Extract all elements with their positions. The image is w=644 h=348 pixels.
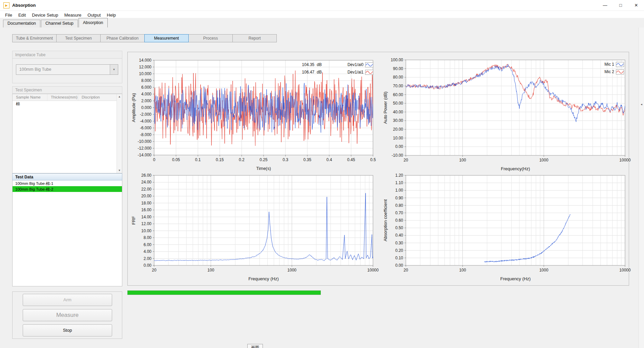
app-icon: ▶ [3, 2, 9, 8]
svg-text:2.000: 2.000 [141, 99, 151, 103]
svg-text:100: 100 [459, 158, 466, 162]
bottom-draw-tab[interactable]: 画图 [247, 344, 263, 348]
svg-text:8.00: 8.00 [144, 235, 152, 240]
measure-button[interactable]: Measure [23, 309, 112, 321]
svg-text:100: 100 [459, 268, 466, 273]
specimen-cell [47, 101, 78, 107]
test-data-section-label: Test Data [12, 173, 122, 180]
tab-documentation[interactable]: Documentation [3, 20, 40, 27]
svg-text:0: 0 [153, 157, 155, 162]
app-window: ▶ Absorption — □ ✕ FileEditDevice SetupM… [0, 0, 644, 348]
svg-text:0.15: 0.15 [216, 157, 224, 162]
subtab-process[interactable]: Process [188, 34, 233, 42]
svg-text:0.90: 0.90 [395, 196, 403, 200]
svg-text:100: 100 [207, 268, 214, 273]
svg-text:1.00: 1.00 [395, 188, 403, 193]
svg-text:0.3: 0.3 [283, 157, 288, 162]
maximize-icon[interactable]: □ [613, 0, 628, 10]
legend-label: Mic 1 [604, 62, 614, 67]
auto-power-chart: -10.000.0010.0020.0030.0040.0050.0060.00… [379, 54, 631, 174]
table-row[interactable]: 棉 [13, 101, 122, 107]
svg-text:20: 20 [403, 158, 408, 162]
svg-text:0.45: 0.45 [347, 157, 355, 162]
subtab-phase-calibration[interactable]: Phase Calibration [100, 34, 145, 42]
svg-text:0.4: 0.4 [326, 157, 332, 162]
svg-text:10000: 10000 [619, 158, 631, 162]
svg-text:4.000: 4.000 [141, 92, 151, 96]
svg-text:0.80: 0.80 [395, 203, 403, 208]
legend-waveform-icon [616, 62, 624, 67]
svg-text:Frequency (Hz): Frequency (Hz) [500, 276, 531, 281]
tab-channel-setup[interactable]: Channel Setup [41, 20, 78, 27]
window-controls: — □ ✕ [597, 0, 644, 10]
specimen-column-header[interactable]: Thickness(mm) [47, 94, 78, 101]
svg-text:1.20: 1.20 [395, 173, 403, 178]
svg-text:30.00: 30.00 [393, 118, 403, 123]
list-item[interactable]: 100mm Big Tube-棉-1 [13, 180, 122, 186]
collapse-arrow-icon[interactable]: ◂ [639, 103, 644, 106]
stop-button[interactable]: Stop [23, 324, 112, 336]
svg-text:20.00: 20.00 [393, 127, 403, 132]
close-icon[interactable]: ✕ [628, 0, 644, 10]
specimen-table-body: 棉 [13, 101, 122, 107]
svg-text:0.60: 0.60 [395, 218, 403, 223]
legend-row: Mic 1 [589, 61, 624, 68]
legend-label: Dev1/ai0 [348, 62, 363, 67]
legend-waveform-icon [616, 69, 624, 74]
arm-button[interactable]: Arm [23, 294, 112, 306]
svg-text:-8.000: -8.000 [140, 132, 151, 137]
svg-text:80.00: 80.00 [393, 75, 403, 80]
legend-row: 104.35dBDev1/ai0 [294, 61, 373, 68]
svg-text:14.00: 14.00 [141, 215, 151, 219]
svg-text:10000: 10000 [619, 268, 631, 273]
subtab-measurement[interactable]: Measurement [144, 34, 189, 42]
specimen-column-header[interactable]: Sample Name [13, 94, 47, 101]
window-title: Absorption [12, 3, 36, 8]
svg-text:12.000: 12.000 [139, 65, 151, 69]
svg-text:Absorption coefficient: Absorption coefficient [383, 199, 388, 241]
subtab-test-specimen[interactable]: Test Specimen [56, 34, 101, 42]
svg-text:60.00: 60.00 [393, 92, 403, 97]
svg-text:0.25: 0.25 [259, 157, 268, 162]
list-item[interactable]: 100mm Big Tube-棉-2 [13, 186, 122, 192]
time-waveform-chart: -14.000-12.000-10.000-8.000-6.000-4.000-… [127, 54, 379, 174]
svg-text:50.00: 50.00 [393, 101, 403, 106]
svg-text:0.00: 0.00 [395, 263, 403, 268]
tab-absorption[interactable]: Absorption [79, 18, 108, 27]
subtab-tube-environment[interactable]: Tube & Environment [12, 34, 57, 42]
scroll-down-icon[interactable]: ▼ [117, 169, 122, 172]
svg-text:0.000: 0.000 [141, 105, 151, 110]
tube-select-value: 100mm Big Tube [19, 67, 51, 72]
svg-text:FRF: FRF [131, 216, 136, 224]
svg-text:70.00: 70.00 [393, 84, 403, 88]
scroll-up-icon[interactable]: ▲ [117, 95, 122, 98]
svg-text:14.000: 14.000 [139, 58, 151, 63]
tube-select-dropdown[interactable]: 100mm Big Tube ▼ [16, 64, 118, 75]
svg-text:10000: 10000 [367, 268, 379, 273]
level-readout: 104.35 [294, 62, 314, 67]
absorption-subtabs: Tube & EnvironmentTest SpecimenPhase Cal… [12, 34, 277, 42]
svg-text:24.00: 24.00 [141, 180, 151, 184]
legend-label: Dev1/ai1 [348, 70, 363, 74]
specimen-scrollbar[interactable]: ▲ ▼ [117, 94, 122, 173]
test-specimen-section-label: Test Specimen [12, 86, 122, 94]
svg-text:Amplitude (Pa): Amplitude (Pa) [131, 93, 136, 122]
right-scroll-rail[interactable]: ◂ [639, 27, 644, 348]
legend-row: Mic 2 [589, 68, 624, 75]
progress-fill [128, 291, 320, 295]
specimen-column-header[interactable]: Discription [78, 94, 117, 101]
svg-text:0.70: 0.70 [395, 211, 403, 215]
svg-text:16.00: 16.00 [141, 208, 151, 212]
subtab-report[interactable]: Report [232, 34, 277, 42]
svg-text:0.40: 0.40 [395, 233, 403, 238]
svg-text:6.00: 6.00 [144, 242, 152, 247]
svg-text:0.5: 0.5 [370, 157, 376, 162]
svg-text:0.2: 0.2 [239, 157, 245, 162]
svg-text:-10.00: -10.00 [392, 153, 403, 158]
chevron-down-icon[interactable]: ▼ [110, 65, 118, 74]
svg-text:-14.000: -14.000 [138, 153, 151, 157]
level-unit: dB [317, 70, 322, 74]
level-readout: 106.47 [294, 70, 314, 74]
specimen-cell [78, 101, 117, 107]
minimize-icon[interactable]: — [597, 0, 613, 10]
